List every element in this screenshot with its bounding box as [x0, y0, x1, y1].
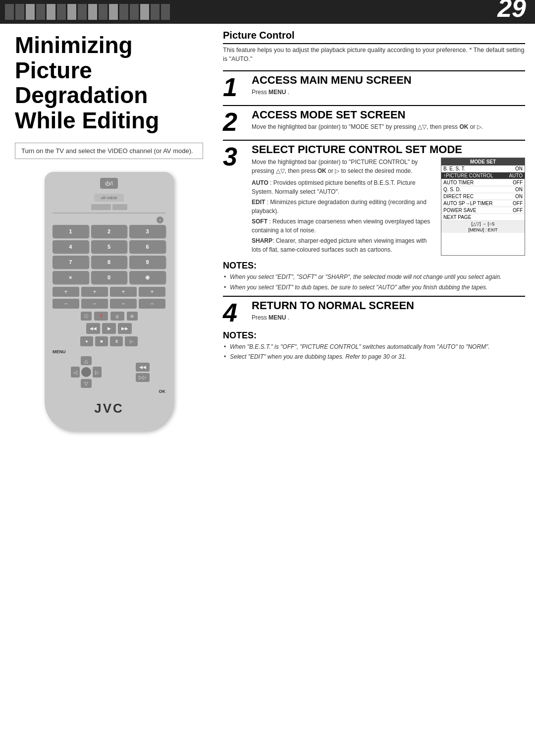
remote-ok-label: OK: [53, 389, 165, 394]
remote-nav-right2[interactable]: ▷▷: [136, 373, 150, 382]
stripe: [26, 4, 35, 20]
remote-menu-label: MENU: [53, 349, 165, 354]
step-1-section: 1 ACCESS MAIN MENU SCREEN Press MENU .: [223, 70, 525, 100]
remote-q-btn[interactable]: ❓: [94, 312, 108, 321]
ok-bold-2: OK: [318, 167, 326, 174]
page-number: 29: [497, 0, 526, 21]
edit-label: EDIT: [252, 199, 265, 206]
remote-btn-4[interactable]: 4: [53, 240, 89, 253]
notes-2-title: NOTES:: [223, 330, 525, 341]
remote-extra2-btn[interactable]: ▷: [125, 336, 138, 346]
remote-nav-fast-left[interactable]: ◀◀: [136, 363, 150, 372]
remote-nav-left[interactable]: ◁: [71, 367, 80, 378]
remote-ffwd-btn[interactable]: ▶▶: [118, 323, 132, 334]
remote-nav-down[interactable]: ▽: [81, 379, 92, 388]
remote-rewind-btn[interactable]: ◀◀: [86, 323, 100, 334]
remote-btn-6[interactable]: 6: [129, 240, 165, 253]
stripe: [130, 4, 139, 20]
soft-label: SOFT: [252, 218, 268, 225]
remote-minus-2[interactable]: −: [81, 299, 108, 309]
stripe: [119, 4, 128, 20]
notes-1-title: NOTES:: [223, 261, 525, 271]
timer-value: OFF: [513, 180, 523, 185]
remote-plus-1[interactable]: +: [53, 287, 79, 297]
stripe: [78, 4, 87, 20]
remote-stop-btn[interactable]: ■: [95, 336, 108, 346]
step-2-section: 2 ACCESS MODE SET SCREEN Move the highli…: [223, 105, 525, 135]
remote-plus-section: + + + + − − − −: [53, 287, 165, 309]
stripe: [57, 4, 66, 20]
remote-btn-circle[interactable]: ⊕: [129, 271, 165, 284]
mode-set-row-qsd: Q. S. D. ON: [441, 186, 525, 193]
remote-crview-label: cR·VIEW: [94, 194, 124, 202]
step-1-number: 1: [223, 74, 248, 100]
remote-btn-7[interactable]: 7: [53, 256, 89, 269]
step-2-text: Move the highlighted bar (pointer) to "M…: [252, 123, 525, 131]
remote-btn-9[interactable]: 9: [129, 256, 165, 269]
remote-nav-right[interactable]: ▷: [93, 367, 102, 378]
stripe: [99, 4, 107, 20]
jvc-logo: JVC: [53, 401, 165, 416]
step-3-soft: SOFT : Reduces image coarseness when vie…: [252, 217, 436, 235]
remote-plus-4[interactable]: +: [139, 287, 165, 297]
notes-1-item-1: When you select "EDIT", "SOFT" or "SHARP…: [223, 273, 525, 281]
tv-instruction-text: Turn on the TV and select the VIDEO chan…: [21, 147, 193, 155]
main-title: Minimizing Picture Degradation While Edi…: [15, 33, 203, 133]
step-2-heading: ACCESS MODE SET SCREEN: [252, 109, 525, 121]
mode-set-nav-1: [△▽] → [○S: [441, 221, 525, 227]
right-column: Picture Control This feature helps you t…: [213, 24, 535, 441]
tv-instruction-box: Turn on the TV and select the VIDEO chan…: [15, 143, 203, 159]
remote-plus-3[interactable]: +: [110, 287, 137, 297]
remote-btn-3[interactable]: 3: [129, 225, 165, 238]
direct-value: ON: [515, 194, 523, 199]
step-1-text: Press MENU .: [252, 88, 525, 97]
remote-play-btn[interactable]: ▶: [102, 323, 116, 334]
step-4-content: RETURN TO NORMAL SCREEN Press MENU .: [252, 300, 525, 325]
remote-menu-btn[interactable]: |||: [110, 312, 124, 321]
remote-plus-2[interactable]: +: [81, 287, 108, 297]
remote-num-grid: 1 2 3 4 5 6 7 8 9 × 0 ⊕: [53, 225, 165, 284]
remote-btn-2[interactable]: 2: [91, 225, 127, 238]
remote-btn-x[interactable]: ×: [53, 271, 89, 284]
remote-btn-8[interactable]: 8: [91, 256, 127, 269]
power-value: OFF: [513, 208, 523, 213]
remote-info-btn[interactable]: ⓘ: [81, 312, 92, 321]
best-label: B. E. S. T.: [443, 166, 465, 171]
intro-text: This feature helps you to adjust the pla…: [223, 46, 525, 63]
remote-record-btn[interactable]: ●: [80, 336, 93, 346]
mode-set-container: Move the highlighted bar (pointer) to "P…: [252, 158, 525, 256]
stripe: [47, 4, 55, 20]
remote-power-button: ⏻/I: [100, 178, 118, 189]
mode-set-row-picture: ↑PICTURE CONTROL AUTO: [441, 172, 525, 179]
sharp-label: SHARP: [252, 237, 272, 244]
notes-1-item-2: When you select "EDIT" to dub tapes, be …: [223, 283, 525, 292]
mode-set-row-autolp: AUTO SP→LP TIMER OFF: [441, 200, 525, 207]
notes-2-item-1: When "B.E.S.T." is "OFF", "PICTURE CONTR…: [223, 343, 525, 351]
notes-2-title-text: NOTES:: [223, 330, 257, 340]
step-3-section: 3 SELECT PICTURE CONTROL SET MODE Move t…: [223, 140, 525, 256]
remote-minus-4[interactable]: −: [139, 299, 165, 309]
mode-set-header: MODE SET: [441, 158, 525, 165]
remote-extra-btn[interactable]: ⊞: [127, 312, 138, 321]
notes-2-item-2: Select "EDIT" when you are dubbing tapes…: [223, 353, 525, 361]
mode-set-row-power: POWER SAVE OFF: [441, 207, 525, 214]
timer-label: AUTO TIMER: [443, 180, 474, 185]
step-2-number: 2: [223, 109, 248, 135]
step-3-heading: SELECT PICTURE CONTROL SET MODE: [252, 144, 525, 156]
autolp-value: OFF: [513, 201, 523, 206]
remote-rec-row: ● ■ ⏸ ▷: [53, 336, 165, 346]
stripe: [109, 4, 118, 20]
remote-minus-3[interactable]: −: [110, 299, 137, 309]
mode-set-row-best: B. E. S. T. ON: [441, 165, 525, 172]
remote-btn-0[interactable]: 0: [91, 271, 127, 284]
remote-nav-up[interactable]: △: [81, 356, 92, 365]
remote-info-row: ⓘ ❓ ||| ⊞: [53, 312, 165, 321]
remote-indicator-dot: 4: [157, 216, 163, 223]
remote-btn-5[interactable]: 5: [91, 240, 127, 253]
remote-pause-btn[interactable]: ⏸: [110, 336, 123, 346]
remote-indicator: 4: [53, 216, 165, 223]
mode-set-row-direct: DIRECT REC ON: [441, 193, 525, 200]
remote-minus-1[interactable]: −: [53, 299, 79, 309]
remote-btn-1[interactable]: 1: [53, 225, 89, 238]
remote-bar2: [112, 204, 127, 210]
